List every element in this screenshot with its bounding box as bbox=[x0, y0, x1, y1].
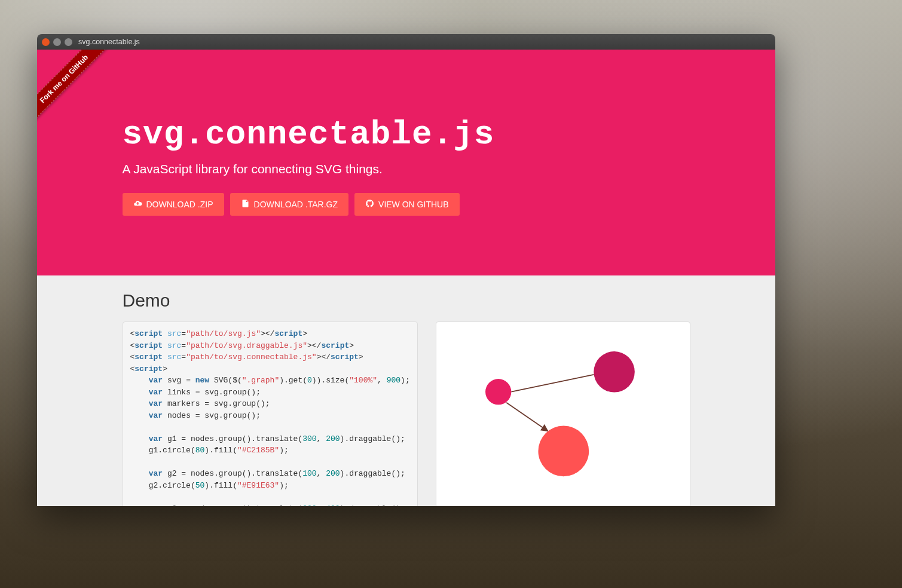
window-maximize-button[interactable] bbox=[65, 38, 72, 46]
page-subtitle: A JavaScript library for connecting SVG … bbox=[123, 162, 690, 176]
graph-nodes bbox=[485, 351, 635, 476]
app-window: svg.connectable.js Fork me on GitHub svg… bbox=[37, 34, 775, 506]
graph-node-g3[interactable] bbox=[538, 426, 589, 477]
view-github-button[interactable]: VIEW ON GITHUB bbox=[354, 193, 459, 216]
window-close-button[interactable] bbox=[42, 38, 50, 46]
graph-node-g1[interactable] bbox=[594, 351, 635, 393]
button-label: DOWNLOAD .ZIP bbox=[146, 200, 213, 209]
page-title: svg.connectable.js bbox=[123, 115, 690, 154]
demo-column bbox=[436, 321, 690, 506]
svg-line-1 bbox=[506, 403, 548, 431]
window-titlebar[interactable]: svg.connectable.js bbox=[37, 34, 775, 50]
browser-viewport: Fork me on GitHub svg.connectable.js A J… bbox=[37, 50, 775, 506]
hero-buttons: DOWNLOAD .ZIP DOWNLOAD .TAR.GZ bbox=[123, 193, 690, 216]
github-icon bbox=[365, 199, 374, 210]
code-column: <script src="path/to/svg.js"></script> <… bbox=[123, 321, 418, 506]
demo-canvas[interactable] bbox=[436, 321, 690, 506]
code-sample[interactable]: <script src="path/to/svg.js"></script> <… bbox=[123, 321, 418, 506]
demo-heading: Demo bbox=[123, 290, 690, 311]
download-zip-button[interactable]: DOWNLOAD .ZIP bbox=[123, 193, 224, 216]
graph-links bbox=[506, 375, 594, 431]
page-scroll-area[interactable]: Fork me on GitHub svg.connectable.js A J… bbox=[37, 50, 775, 506]
button-label: VIEW ON GITHUB bbox=[378, 200, 448, 209]
file-archive-icon bbox=[241, 199, 250, 210]
fork-ribbon: Fork me on GitHub bbox=[37, 50, 115, 127]
button-label: DOWNLOAD .TAR.GZ bbox=[254, 200, 338, 209]
window-minimize-button[interactable] bbox=[53, 38, 61, 46]
graph-node-g2[interactable] bbox=[485, 379, 511, 405]
window-title: svg.connectable.js bbox=[78, 38, 140, 46]
main-section: Demo <script src="path/to/svg.js"></scri… bbox=[37, 275, 775, 506]
hero-section: Fork me on GitHub svg.connectable.js A J… bbox=[37, 50, 775, 275]
demo-svg bbox=[436, 322, 690, 506]
download-targz-button[interactable]: DOWNLOAD .TAR.GZ bbox=[230, 193, 349, 216]
fork-ribbon-link[interactable]: Fork me on GitHub bbox=[37, 50, 112, 127]
svg-line-0 bbox=[511, 375, 594, 392]
cloud-download-icon bbox=[133, 199, 142, 210]
